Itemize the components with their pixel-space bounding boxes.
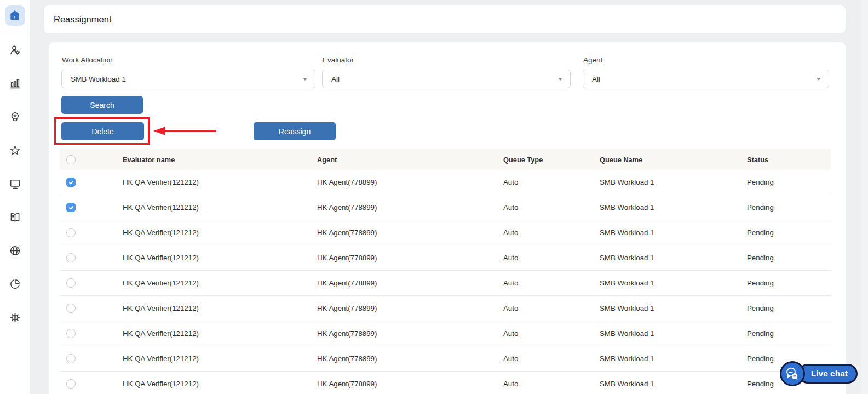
row-checkbox[interactable] bbox=[66, 329, 76, 338]
sidebar-item-home[interactable] bbox=[5, 5, 25, 26]
queue-type-cell: Auto bbox=[503, 355, 600, 363]
agent-cell: HK Agent(778899) bbox=[317, 279, 503, 287]
book-icon bbox=[9, 211, 21, 224]
work-allocation-select[interactable]: SMB Workload 1 bbox=[61, 70, 315, 88]
queue-type-cell: Auto bbox=[503, 203, 600, 212]
monitor-icon bbox=[9, 178, 21, 190]
evaluator-value: All bbox=[331, 75, 340, 83]
work-allocation-label: Work Allocation bbox=[62, 56, 113, 65]
search-button[interactable]: Search bbox=[61, 96, 143, 114]
live-chat-label: Live chat bbox=[811, 369, 848, 379]
sidebar-item-settings[interactable] bbox=[0, 301, 30, 334]
row-checkbox[interactable] bbox=[66, 304, 76, 313]
sidebar-item-reports[interactable] bbox=[0, 67, 30, 100]
row-checkbox[interactable] bbox=[66, 278, 76, 288]
live-chat-pill: Live chat bbox=[798, 364, 858, 384]
table-header-row: Evaluator name Agent Queue Type Queue Na… bbox=[60, 149, 831, 170]
row-checkbox[interactable] bbox=[66, 228, 76, 237]
queue-type-cell: Auto bbox=[503, 380, 600, 388]
quality-badge-icon bbox=[9, 111, 21, 123]
sidebar-item-analytics[interactable] bbox=[0, 267, 30, 301]
evaluator-name-cell: HK QA Verifier(121212) bbox=[123, 178, 317, 186]
queue-name-cell: SMB Workload 1 bbox=[600, 178, 747, 186]
queue-name-cell: SMB Workload 1 bbox=[600, 203, 747, 212]
status-cell: Pending bbox=[747, 203, 831, 212]
row-checkbox[interactable] bbox=[66, 178, 76, 187]
sidebar-item-quality[interactable] bbox=[0, 100, 30, 134]
chevron-down-icon bbox=[817, 78, 821, 83]
sidebar-item-users[interactable] bbox=[0, 33, 30, 67]
sidebar-home-section bbox=[0, 0, 30, 31]
evaluator-name-cell: HK QA Verifier(121212) bbox=[123, 229, 317, 237]
content-card: Work Allocation SMB Workload 1 Evaluator… bbox=[48, 42, 846, 394]
status-cell: Pending bbox=[747, 279, 831, 287]
column-header-evaluator-name: Evaluator name bbox=[123, 156, 317, 164]
table-row[interactable]: HK QA Verifier(121212) HK Agent(778899) … bbox=[60, 220, 831, 245]
star-icon bbox=[9, 144, 21, 157]
table-row[interactable]: HK QA Verifier(121212) HK Agent(778899) … bbox=[60, 271, 831, 296]
page-title: Reassignment bbox=[44, 5, 846, 33]
queue-type-cell: Auto bbox=[503, 304, 600, 312]
table-row[interactable]: HK QA Verifier(121212) HK Agent(778899) … bbox=[60, 245, 831, 271]
chat-bubble-icon bbox=[780, 361, 805, 386]
status-cell: Pending bbox=[747, 254, 831, 262]
evaluator-name-cell: HK QA Verifier(121212) bbox=[123, 355, 317, 363]
queue-type-cell: Auto bbox=[503, 329, 600, 338]
queue-name-cell: SMB Workload 1 bbox=[600, 254, 747, 262]
queue-name-cell: SMB Workload 1 bbox=[600, 304, 747, 312]
table-row[interactable]: HK QA Verifier(121212) HK Agent(778899) … bbox=[60, 321, 831, 346]
agent-cell: HK Agent(778899) bbox=[317, 254, 503, 262]
table-row[interactable]: HK QA Verifier(121212) HK Agent(778899) … bbox=[60, 372, 831, 394]
evaluator-name-cell: HK QA Verifier(121212) bbox=[123, 203, 317, 212]
chevron-down-icon bbox=[303, 78, 307, 83]
table-row[interactable]: HK QA Verifier(121212) HK Agent(778899) … bbox=[60, 296, 831, 321]
sidebar-item-global[interactable] bbox=[0, 234, 30, 267]
sidebar-item-monitoring[interactable] bbox=[0, 167, 30, 201]
chevron-down-icon bbox=[558, 78, 562, 83]
agent-cell: HK Agent(778899) bbox=[317, 355, 503, 363]
sidebar bbox=[0, 0, 30, 394]
user-settings-icon bbox=[9, 44, 21, 56]
work-allocation-value: SMB Workload 1 bbox=[71, 75, 126, 83]
queue-name-cell: SMB Workload 1 bbox=[600, 279, 747, 287]
row-checkbox[interactable] bbox=[66, 253, 76, 262]
bar-chart-icon bbox=[9, 77, 21, 90]
queue-name-cell: SMB Workload 1 bbox=[600, 329, 747, 338]
pie-chart-icon bbox=[9, 278, 21, 290]
table-row[interactable]: HK QA Verifier(121212) HK Agent(778899) … bbox=[60, 346, 831, 372]
evaluator-name-cell: HK QA Verifier(121212) bbox=[123, 329, 317, 338]
agent-select[interactable]: All bbox=[583, 70, 829, 88]
queue-type-cell: Auto bbox=[503, 254, 600, 262]
evaluator-select[interactable]: All bbox=[322, 70, 571, 88]
row-checkbox[interactable] bbox=[66, 354, 76, 363]
queue-type-cell: Auto bbox=[503, 279, 600, 287]
reassignment-table: Evaluator name Agent Queue Type Queue Na… bbox=[60, 149, 831, 394]
evaluator-label: Evaluator bbox=[323, 56, 354, 65]
status-cell: Pending bbox=[747, 229, 831, 237]
status-cell: Pending bbox=[747, 178, 831, 186]
queue-name-cell: SMB Workload 1 bbox=[600, 229, 747, 237]
scrollbar-track[interactable] bbox=[861, 0, 868, 394]
row-checkbox[interactable] bbox=[66, 203, 76, 212]
column-header-status: Status bbox=[747, 156, 831, 164]
queue-type-cell: Auto bbox=[503, 178, 600, 186]
status-cell: Pending bbox=[747, 304, 831, 312]
select-all-checkbox[interactable] bbox=[66, 155, 76, 164]
table-row[interactable]: HK QA Verifier(121212) HK Agent(778899) … bbox=[60, 170, 831, 195]
evaluator-name-cell: HK QA Verifier(121212) bbox=[123, 254, 317, 262]
agent-cell: HK Agent(778899) bbox=[317, 329, 503, 338]
row-checkbox[interactable] bbox=[66, 379, 76, 389]
globe-icon bbox=[9, 244, 21, 257]
reassign-button[interactable]: Reassign bbox=[254, 122, 336, 140]
delete-button[interactable]: Delete bbox=[61, 122, 144, 140]
annotation-arrow-icon bbox=[152, 126, 218, 136]
agent-cell: HK Agent(778899) bbox=[317, 178, 503, 186]
sidebar-item-library[interactable] bbox=[0, 201, 30, 234]
sidebar-item-favorites[interactable] bbox=[0, 134, 30, 167]
table-row[interactable]: HK QA Verifier(121212) HK Agent(778899) … bbox=[60, 195, 831, 220]
column-header-queue-type: Queue Type bbox=[503, 156, 600, 164]
agent-cell: HK Agent(778899) bbox=[317, 203, 503, 212]
live-chat-button[interactable]: Live chat bbox=[780, 361, 858, 386]
agent-label: Agent bbox=[583, 56, 602, 65]
evaluator-name-cell: HK QA Verifier(121212) bbox=[123, 279, 317, 287]
